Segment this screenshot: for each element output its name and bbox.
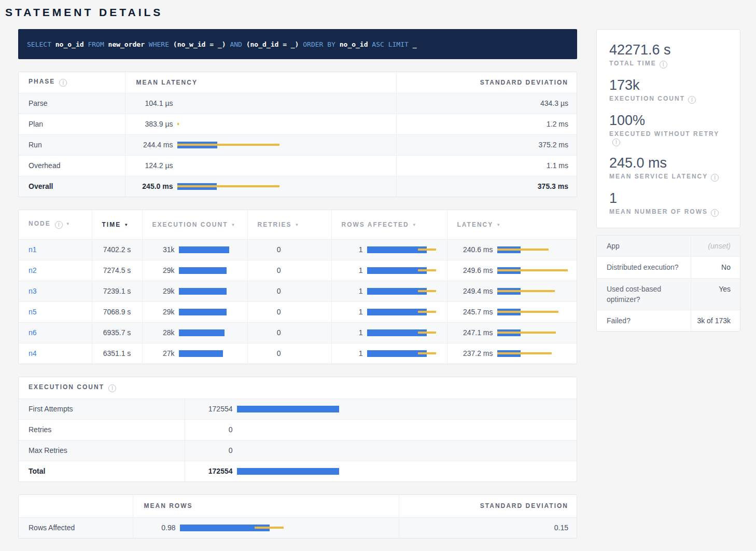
node-link[interactable]: n3 — [29, 287, 37, 295]
rows-affected-cell-content: 1 — [332, 266, 447, 274]
node-cell: n1 — [19, 239, 92, 260]
statement-details-page: SELECT no_o_id FROM new_order WHERE (no_… — [0, 29, 756, 549]
latency-bar-chart — [179, 267, 247, 274]
rows-affected-cell-content: 1 — [332, 349, 447, 357]
latency-cell: 249.6 ms — [447, 260, 577, 281]
latency-bar-chart — [285, 288, 331, 295]
info-icon[interactable]: i — [711, 209, 719, 217]
execution-count-value-cell-content: 0 — [185, 425, 578, 434]
node-link[interactable]: n6 — [29, 328, 37, 337]
execution-count-cell-value: 27k — [149, 349, 175, 357]
summary-stat: 1Mean Number of Rowsi — [609, 189, 730, 217]
phase-latency-table: Phasei Mean Latency Standard Deviation P… — [19, 72, 577, 197]
column-header-label: Retries — [258, 221, 292, 228]
rows-affected-cell-value: 1 — [338, 349, 363, 357]
sql-token: SELECT — [27, 40, 51, 48]
mean-bar — [237, 406, 339, 412]
stddev-cell: 0.15 — [399, 517, 577, 538]
stat-value: 42271.6 s — [609, 41, 730, 59]
rows-affected-row: Rows Affected0.980.15 — [19, 517, 577, 538]
execution-count-cell-content: 28k — [143, 328, 247, 337]
rows-affected-cell: 1 — [331, 322, 447, 343]
execution-count-value-cell-content: 172554 — [185, 405, 578, 413]
retries-cell-value: 0 — [254, 266, 281, 274]
column-header-time[interactable]: Time▼ — [92, 210, 142, 239]
node-row: n66935.7 s28k01247.1 ms — [19, 322, 577, 343]
latency-bar-chart — [177, 100, 396, 107]
latency-bar-chart — [497, 246, 578, 253]
execution-count-cell: 31k — [142, 239, 247, 260]
phase-row: Plan383.9 µs1.2 ms — [19, 114, 577, 134]
stddev-column-header: Standard Deviation — [396, 72, 577, 93]
sql-token: (no_w_id = _) — [173, 40, 226, 48]
stddev-bar — [497, 352, 552, 354]
info-icon[interactable]: i — [660, 61, 667, 68]
phase-row: Run244.4 ms375.2 ms — [19, 134, 577, 155]
column-header-retries[interactable]: Retries▼ — [247, 210, 331, 239]
stat-value: 1 — [609, 189, 730, 207]
empty-column-header — [19, 495, 133, 517]
node-link[interactable]: n1 — [29, 245, 37, 254]
time-cell: 7274.5 s — [92, 260, 142, 281]
stddev-bar — [418, 290, 436, 292]
mean-bar — [179, 309, 227, 315]
statement-attributes-panel: App(unset)Distributed execution?NoUsed c… — [596, 235, 740, 332]
attribute-label: App — [597, 236, 691, 256]
latency-cell-content: 249.6 ms — [447, 266, 578, 274]
latency-bar-chart — [179, 288, 247, 295]
execution-count-cell: 27k — [142, 343, 247, 364]
stat-value: 173k — [609, 76, 730, 94]
sort-arrow-icon: ▼ — [496, 223, 501, 227]
latency-bar-chart — [179, 350, 247, 357]
page-title: Statement Details — [0, 0, 756, 29]
column-header-node[interactable]: Nodei▼ — [19, 210, 92, 239]
node-link[interactable]: n4 — [29, 349, 37, 357]
stat-value: 245.0 ms — [609, 154, 730, 172]
execution-count-cell-content: 31k — [143, 245, 247, 254]
execution-count-row: Retries0 — [19, 419, 577, 440]
node-cell: n3 — [19, 281, 92, 301]
latency-cell: 247.1 ms — [447, 322, 577, 343]
sql-token: FROM — [88, 40, 104, 48]
mean-latency-cell-content: 104.1 µs — [125, 99, 396, 107]
latency-cell-content: 249.4 ms — [447, 287, 578, 295]
latency-bar-chart — [237, 426, 578, 433]
mean-latency-cell: 244.4 ms — [125, 134, 396, 155]
latency-cell-value: 237.2 ms — [454, 349, 493, 357]
latency-bar-chart — [367, 288, 447, 295]
info-icon[interactable]: i — [688, 96, 696, 104]
column-header-rows-affected[interactable]: Rows Affected▼ — [331, 210, 447, 239]
info-icon[interactable]: i — [59, 79, 67, 87]
sql-token: AND — [230, 40, 242, 48]
info-icon[interactable]: i — [108, 384, 116, 392]
latency-cell-value: 240.6 ms — [454, 245, 493, 254]
info-icon[interactable]: i — [55, 221, 63, 229]
node-cell: n2 — [19, 260, 92, 281]
node-link[interactable]: n5 — [29, 308, 37, 316]
phase-column-header: Phasei — [19, 72, 125, 93]
attribute-value: Yes — [691, 279, 740, 310]
execution-count-value-cell: 172554 — [185, 398, 577, 419]
latency-bar-chart — [497, 267, 578, 274]
sql-token: new_order — [108, 40, 145, 48]
info-icon[interactable]: i — [711, 174, 719, 182]
node-link[interactable]: n2 — [29, 266, 37, 274]
execution-count-cell-value: 29k — [149, 308, 175, 316]
mean-rows-cell: 0.98 — [133, 517, 399, 538]
execution-count-cell-content: 29k — [143, 308, 247, 316]
column-header-label: Execution Count — [152, 221, 228, 228]
stddev-cell: 1.1 ms — [396, 155, 577, 176]
latency-bar-chart — [285, 350, 331, 357]
stddev-bar — [418, 249, 436, 251]
latency-bar-chart — [367, 309, 447, 315]
sql-token: (no_d_id = _) — [246, 40, 299, 48]
sort-arrow-icon: ▼ — [295, 223, 300, 227]
stat-label: Total Timei — [609, 60, 730, 68]
retries-cell: 0 — [247, 301, 331, 322]
mean-latency-cell: 383.9 µs — [125, 114, 396, 134]
latency-bar-chart — [177, 121, 396, 128]
column-header-latency[interactable]: Latency▼ — [447, 210, 577, 239]
mean-latency-cell: 124.2 µs — [125, 155, 396, 176]
info-icon[interactable]: i — [612, 139, 620, 146]
column-header-execution-count[interactable]: Execution Count▼ — [142, 210, 247, 239]
